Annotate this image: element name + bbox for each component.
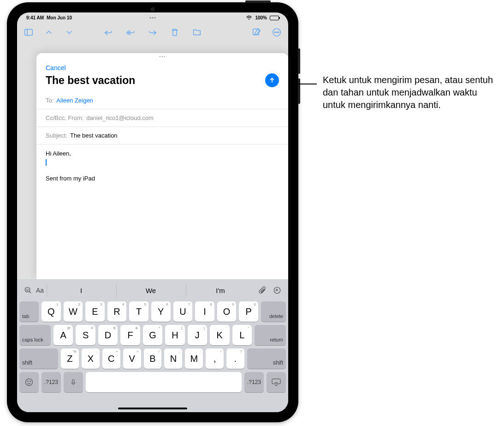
key-u[interactable]: 7U <box>173 301 193 322</box>
key-y[interactable]: 6Y <box>151 301 171 322</box>
callout-text: Ketuk untuk mengirim pesan, atau sentuh … <box>323 74 498 111</box>
tab-key[interactable]: tab <box>19 301 39 322</box>
compose-icon[interactable] <box>251 27 261 37</box>
sheet-more-icon[interactable] <box>160 56 166 57</box>
key-f[interactable]: &F <box>120 325 140 345</box>
compose-sheet: Cancel The best vacation To: Aileen Zeig… <box>36 53 288 279</box>
suggestion-2[interactable]: We <box>116 284 185 297</box>
more-icon[interactable] <box>272 27 282 37</box>
emoji-search-icon[interactable] <box>21 283 35 297</box>
key-i[interactable]: 8I <box>195 301 214 322</box>
key-z[interactable]: %Z <box>61 348 79 369</box>
key-x[interactable]: -X <box>82 348 100 369</box>
key-v[interactable]: =V <box>123 348 141 369</box>
key-o[interactable]: 9O <box>217 301 237 322</box>
sidebar-toggle-icon[interactable] <box>24 27 34 37</box>
ipad-device-frame: 9:41 AM Mon Jun 10 100% <box>7 2 298 422</box>
key-a[interactable]: @A <box>53 325 73 345</box>
emoji-key[interactable] <box>19 372 39 392</box>
ccbcc-field[interactable]: Cc/Bcc, From: daniel_rico1@icloud.com <box>36 109 288 127</box>
key-h[interactable]: (H <box>165 325 184 345</box>
svg-point-0 <box>249 18 249 19</box>
delete-key[interactable]: delete <box>261 301 286 322</box>
svg-rect-17 <box>72 379 74 383</box>
prev-message-icon[interactable] <box>44 27 54 37</box>
key-m[interactable]: :M <box>185 348 203 369</box>
key-row-3: shift %Z -X +C =V /B ;N :M !, ?. shift <box>19 348 286 369</box>
key-e[interactable]: 3E <box>85 301 105 322</box>
numbers-key-left[interactable]: .?123 <box>42 372 61 392</box>
return-key[interactable]: return <box>255 325 286 345</box>
power-button[interactable] <box>245 0 271 3</box>
spacebar-key[interactable] <box>86 372 242 392</box>
mail-toolbar <box>17 23 288 42</box>
to-field[interactable]: To: Aileen Zeigen <box>36 92 288 109</box>
status-bar: 9:41 AM Mon Jun 10 100% <box>17 12 288 22</box>
key-row-2: caps lock @A #S $D &F *G (H )J 'K "L ret… <box>19 325 286 345</box>
front-camera <box>151 7 154 11</box>
subject-label: Subject: <box>46 132 67 139</box>
body-signature: Sent from my iPad <box>46 175 279 182</box>
svg-point-7 <box>278 32 279 33</box>
text-cursor <box>46 159 47 166</box>
key-n[interactable]: ;N <box>164 348 182 369</box>
text-format-button[interactable]: Aa <box>36 287 44 294</box>
compose-title: The best vacation <box>46 74 135 87</box>
reply-icon[interactable] <box>103 27 113 37</box>
key-q[interactable]: 1Q <box>42 301 61 322</box>
trash-icon[interactable] <box>170 27 180 37</box>
key-g[interactable]: *G <box>143 325 162 345</box>
body-greeting: Hi Aileen, <box>46 150 279 157</box>
key-row-1: tab 1Q 2W 3E 4R 5T 6Y 7U 8I 9O 0P delete <box>19 301 286 322</box>
key-b[interactable]: /B <box>144 348 162 369</box>
attachment-icon[interactable] <box>255 283 269 297</box>
svg-point-11 <box>27 289 27 289</box>
key-j[interactable]: )J <box>188 325 207 345</box>
dismiss-keyboard-key[interactable] <box>267 372 286 392</box>
key-comma[interactable]: !, <box>206 348 224 369</box>
reply-all-icon[interactable] <box>125 27 136 37</box>
volume-down-button[interactable] <box>298 78 300 104</box>
move-folder-icon[interactable] <box>192 27 202 37</box>
volume-up-button[interactable] <box>298 48 300 74</box>
subject-value: The best vacation <box>70 132 118 139</box>
shift-left-key[interactable]: shift <box>19 348 58 369</box>
key-row-4: .?123 .?123 <box>19 372 286 392</box>
forward-icon[interactable] <box>148 27 158 37</box>
home-indicator[interactable] <box>118 408 187 409</box>
status-date: Mon Jun 10 <box>47 15 72 20</box>
shift-right-key[interactable]: shift <box>247 348 286 369</box>
svg-rect-1 <box>25 30 33 36</box>
key-w[interactable]: 2W <box>64 301 83 322</box>
key-c[interactable]: +C <box>102 348 120 369</box>
svg-point-9 <box>25 287 30 292</box>
message-body[interactable]: Hi Aileen, Sent from my iPad <box>36 144 288 279</box>
svg-point-15 <box>28 381 29 382</box>
key-l[interactable]: "L <box>232 325 252 345</box>
key-r[interactable]: 4R <box>107 301 127 322</box>
subject-field[interactable]: Subject: The best vacation <box>36 127 288 144</box>
numbers-key-right[interactable]: .?123 <box>244 372 264 392</box>
cancel-button[interactable]: Cancel <box>46 64 66 72</box>
key-s[interactable]: #S <box>76 325 95 345</box>
key-d[interactable]: $D <box>98 325 118 345</box>
send-button[interactable] <box>265 73 279 87</box>
ccbcc-label: Cc/Bcc, From: <box>46 114 83 121</box>
arrow-up-icon <box>268 77 276 84</box>
to-recipient[interactable]: Aileen Zeigen <box>56 97 93 104</box>
dictation-key[interactable] <box>64 372 83 392</box>
svg-point-6 <box>276 32 277 33</box>
key-k[interactable]: 'K <box>210 325 229 345</box>
capslock-key[interactable]: caps lock <box>19 325 51 345</box>
suggestion-1[interactable]: I <box>47 284 115 297</box>
battery-percent: 100% <box>255 15 267 20</box>
key-t[interactable]: 5T <box>129 301 148 322</box>
next-message-icon[interactable] <box>64 27 74 37</box>
suggestion-3[interactable]: I'm <box>186 284 255 297</box>
markup-icon[interactable] <box>270 283 284 297</box>
key-period[interactable]: ?. <box>226 348 244 369</box>
status-time: 9:41 AM <box>26 15 44 20</box>
key-p[interactable]: 0P <box>239 301 258 322</box>
to-label: To: <box>46 97 53 104</box>
svg-point-16 <box>30 381 31 382</box>
